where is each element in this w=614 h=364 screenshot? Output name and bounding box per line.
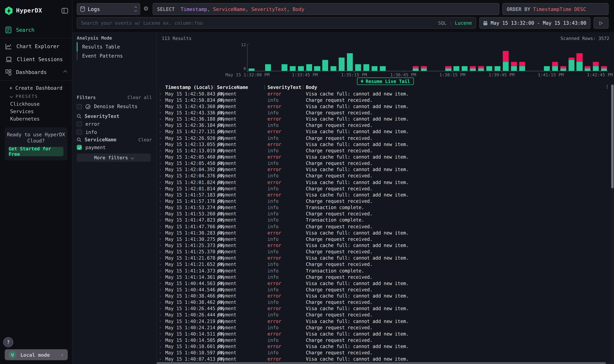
chart-bar[interactable] (297, 44, 305, 71)
row-expand-chevron-icon[interactable]: › (157, 236, 165, 242)
chart-bar[interactable] (510, 44, 518, 71)
preset-item-kubernetes[interactable]: Kubernetes (0, 115, 72, 123)
chart-bar[interactable] (502, 44, 510, 71)
row-expand-chevron-icon[interactable]: › (157, 98, 165, 103)
chart-bar[interactable] (469, 44, 477, 71)
chart-bar[interactable] (494, 44, 502, 71)
table-row[interactable]: ›May 15 1:41:21.678 PMpaymenterrorVisa c… (157, 255, 611, 261)
chart-bar[interactable] (305, 44, 313, 71)
table-row[interactable]: ›May 15 1:42:36.188 PMpaymenterrorVisa c… (157, 116, 611, 122)
table-row[interactable]: ›May 15 1:40:14.511 PMpaymenterrorVisa c… (157, 331, 611, 337)
row-expand-chevron-icon[interactable]: › (157, 148, 165, 153)
row-expand-chevron-icon[interactable]: › (157, 91, 165, 96)
row-expand-chevron-icon[interactable]: › (157, 205, 165, 210)
preset-item-clickhouse[interactable]: Clickhouse (0, 100, 72, 108)
time-range-picker[interactable]: May 15 13:32:00 - May 15 13:43:00 (479, 17, 590, 29)
sidebar-item-dashboards[interactable]: Dashboards (0, 66, 72, 79)
row-expand-chevron-icon[interactable]: › (157, 262, 165, 267)
row-expand-chevron-icon[interactable]: › (157, 300, 165, 305)
table-row[interactable]: ›May 15 1:42:43.360 PMpaymenterrorVisa c… (157, 103, 611, 110)
select-query-input[interactable]: SELECT Timestamp, ServiceName, SeverityT… (153, 3, 499, 15)
source-settings-gear-icon[interactable]: ⚙ (143, 5, 149, 12)
table-row[interactable]: ›May 15 1:41:14.361 PMpaymentinfoCharge … (157, 274, 611, 280)
chart-bar[interactable] (362, 44, 370, 71)
table-row[interactable]: ›May 15 1:40:24.219 PMpaymenterrorVisa c… (157, 318, 611, 325)
table-row[interactable]: ›May 15 1:41:53.260 PMpaymentinfoCharge … (157, 211, 611, 217)
chart-bar[interactable] (420, 44, 428, 71)
table-row[interactable]: ›May 15 1:40:44.546 PMpaymentinfoCharge … (157, 286, 611, 293)
chart-bar[interactable] (436, 44, 444, 71)
row-expand-chevron-icon[interactable]: › (157, 230, 165, 235)
checkbox-unchecked[interactable] (77, 130, 82, 135)
table-row[interactable]: ›May 15 1:40:38.466 PMpaymenterrorVisa c… (157, 293, 611, 299)
table-row[interactable]: ›May 15 1:42:01.814 PMpaymentinfoCharge … (157, 185, 611, 192)
row-expand-chevron-icon[interactable]: › (157, 268, 165, 273)
checkbox-unchecked[interactable] (77, 121, 82, 127)
chart-bar[interactable] (288, 44, 297, 71)
chart-bar[interactable] (387, 44, 395, 71)
row-expand-chevron-icon[interactable]: › (157, 117, 165, 122)
chart-bar[interactable] (329, 44, 338, 71)
chart-bar[interactable] (313, 44, 321, 71)
table-row[interactable]: ›May 15 1:42:04.376 PMpaymentinfoCharge … (157, 173, 611, 179)
chart-bar[interactable] (321, 44, 329, 71)
chart-bar[interactable] (346, 44, 354, 71)
vertical-scrollbar[interactable] (611, 84, 614, 364)
horizontal-scrollbar-thumb[interactable] (157, 362, 606, 364)
chart-bar[interactable] (477, 44, 485, 71)
table-row[interactable]: ›May 15 1:42:27.131 PMpaymenterrorVisa c… (157, 129, 611, 135)
table-row[interactable]: ›May 15 1:42:43.336 PMpaymentinfoCharge … (157, 110, 611, 116)
filter-option-info[interactable]: info (77, 129, 152, 136)
denoise-checkbox[interactable] (77, 104, 82, 109)
row-expand-chevron-icon[interactable]: › (157, 338, 165, 343)
chart-bar[interactable] (592, 44, 600, 71)
row-expand-chevron-icon[interactable]: › (157, 110, 165, 115)
table-row[interactable]: ›May 15 1:40:44.563 PMpaymenterrorVisa c… (157, 280, 611, 286)
row-expand-chevron-icon[interactable]: › (157, 173, 165, 179)
row-expand-chevron-icon[interactable]: › (157, 312, 165, 317)
row-expand-chevron-icon[interactable]: › (157, 344, 165, 349)
row-expand-chevron-icon[interactable]: › (157, 136, 165, 141)
col-servicename[interactable]: ServiceName (217, 84, 267, 90)
table-row[interactable]: ›May 15 1:41:14.373 PMpaymentinfoTransac… (157, 268, 611, 274)
chart-bar[interactable] (567, 44, 575, 71)
table-row[interactable]: ›May 15 1:41:30.275 PMpaymentinfoCharge … (157, 236, 611, 242)
chart-bar[interactable] (272, 44, 280, 71)
table-row[interactable]: ›May 15 1:42:50.834 PMpaymentinfoCharge … (157, 97, 611, 103)
column-resize-handle[interactable] (264, 85, 265, 89)
checkbox-checked[interactable] (77, 145, 82, 150)
row-expand-chevron-icon[interactable]: › (157, 167, 165, 172)
presets-toggle[interactable]: PRESETS (0, 92, 72, 100)
sidebar-item-client-sessions[interactable]: Client Sessions (0, 53, 72, 66)
column-resize-handle[interactable] (214, 85, 215, 89)
row-expand-chevron-icon[interactable]: › (157, 199, 165, 204)
analysis-mode-event-patterns[interactable]: Event Patterns (77, 51, 152, 60)
table-row[interactable]: ›May 15 1:42:01.824 PMpaymenterrorVisa c… (157, 179, 611, 185)
row-expand-chevron-icon[interactable]: › (157, 287, 165, 292)
chart-bar[interactable] (584, 44, 592, 71)
row-expand-chevron-icon[interactable]: › (157, 123, 165, 128)
table-row[interactable]: ›May 15 1:40:24.214 PMpaymentinfoCharge … (157, 325, 611, 331)
chart-bar[interactable] (354, 44, 362, 71)
table-row[interactable]: ›May 15 1:41:57.183 PMpaymenterrorVisa c… (157, 192, 611, 198)
chart-bar[interactable] (248, 44, 256, 71)
chart-bar[interactable] (395, 44, 403, 71)
table-row[interactable]: ›May 15 1:42:04.392 PMpaymenterrorVisa c… (157, 167, 611, 173)
row-expand-chevron-icon[interactable]: › (157, 319, 165, 324)
col-severitytext[interactable]: SeverityText (267, 84, 306, 90)
vertical-scrollbar-thumb[interactable] (611, 85, 614, 188)
table-row[interactable]: ›May 15 1:40:07.413 PMpaymenterrorVisa c… (157, 356, 611, 362)
chart-bar[interactable] (403, 44, 411, 71)
table-row[interactable]: ›May 15 1:40:10.601 PMpaymenterrorVisa c… (157, 343, 611, 350)
row-expand-chevron-icon[interactable]: › (157, 224, 165, 229)
chart-bar[interactable] (370, 44, 379, 71)
get-started-button[interactable]: Get Started for Free (9, 147, 63, 156)
table-row[interactable]: ›May 15 1:42:50.843 PMpaymenterrorVisa c… (157, 91, 611, 97)
preset-item-services[interactable]: Services (0, 108, 72, 115)
chart-bar[interactable] (411, 44, 420, 71)
row-expand-chevron-icon[interactable]: › (157, 211, 165, 216)
table-row[interactable]: ›May 15 1:41:57.178 PMpaymentinfoCharge … (157, 198, 611, 204)
column-resize-handle[interactable] (303, 85, 303, 89)
row-expand-chevron-icon[interactable]: › (157, 218, 165, 223)
chart-bar[interactable] (280, 44, 288, 71)
